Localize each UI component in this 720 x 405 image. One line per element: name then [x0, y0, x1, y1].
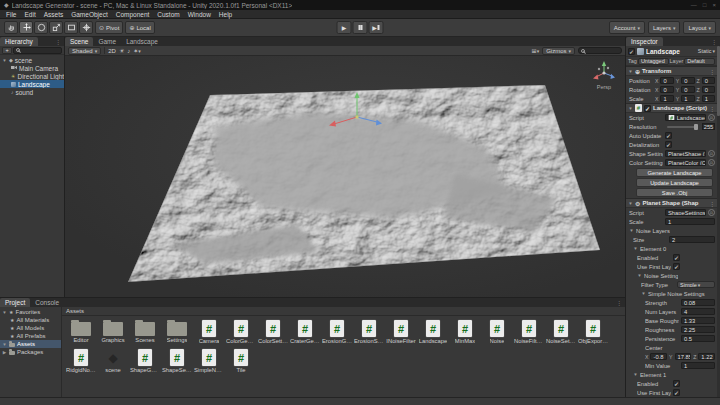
foldout-icon[interactable]: ▼ — [628, 69, 633, 74]
menu-item[interactable]: Custom — [153, 10, 183, 19]
object-picker-icon[interactable]: ⊙ — [708, 114, 715, 121]
gizmos-dropdown[interactable]: Gizmos▾ — [542, 47, 575, 55]
scale-x-field[interactable]: 1 — [660, 95, 673, 102]
position-x-field[interactable]: 0 — [660, 77, 673, 84]
scene-orientation-gizmo[interactable]: Persp — [587, 58, 621, 92]
rotation-z-field[interactable]: 0 — [702, 86, 715, 93]
minimize-icon[interactable]: — — [691, 0, 697, 10]
step-button[interactable]: ▶ — [369, 21, 384, 34]
asset-item[interactable]: SimpleNoiseFilter — [194, 347, 224, 373]
hierarchy-item-directional-light[interactable]: ☀ Directional Light — [0, 72, 64, 80]
layers-dropdown[interactable]: Layers▾ — [648, 21, 681, 34]
sidebar-item-all-models[interactable]: ★ All Models — [0, 324, 61, 332]
pivot-toggle-button[interactable]: ⊙ Pivot — [95, 21, 123, 34]
project-tab[interactable]: Console — [30, 298, 64, 307]
transform-component-header[interactable]: ▼ ⊕ Transform ⋮ — [626, 66, 717, 76]
scene-view-tab[interactable]: Landscape — [121, 37, 163, 46]
color-settings-object-field[interactable]: PlanetColor (C — [665, 159, 706, 166]
position-z-field[interactable]: 0 — [702, 77, 715, 84]
pause-button[interactable] — [353, 21, 368, 34]
object-picker-icon[interactable]: ⊙ — [708, 150, 715, 157]
asset-item[interactable]: ShapeSettings — [162, 347, 192, 373]
asset-item[interactable]: ColorGenerator — [226, 318, 256, 344]
scene-lighting-toggle[interactable]: ☀ — [119, 47, 124, 54]
asset-item[interactable]: ErosionGenerator — [322, 318, 352, 344]
component-menu-icon[interactable]: ⋮ — [709, 105, 715, 112]
script-action-button[interactable]: Save .Obj — [636, 188, 713, 197]
scale-tool-button[interactable] — [49, 21, 63, 34]
hierarchy-item-main-camera[interactable]: Main Camera — [0, 64, 64, 72]
draw-mode-dropdown[interactable]: Shaded▾ — [68, 47, 101, 55]
handle-rotation-toggle-button[interactable]: ⊕ Local — [125, 21, 154, 34]
shape-settings-object-field[interactable]: PlanetShape (S — [665, 150, 706, 157]
component-enabled-checkbox[interactable] — [644, 105, 651, 112]
account-dropdown[interactable]: Account▾ — [609, 21, 645, 34]
hierarchy-item-scene[interactable]: ▼ ◆ scene — [0, 56, 64, 64]
asset-item[interactable]: Graphics — [98, 318, 128, 344]
scene-view-tab[interactable]: Game — [93, 37, 121, 46]
panel-menu-icon[interactable]: ⋮ — [711, 38, 717, 45]
foldout-icon[interactable]: ▼ — [2, 58, 7, 63]
component-menu-icon[interactable]: ⋮ — [709, 200, 715, 207]
shape-script-object-field[interactable]: ShapeSettings — [665, 209, 706, 216]
foldout-icon[interactable]: ▼ — [629, 228, 634, 233]
noise-setting-field[interactable]: 1.33 — [681, 317, 715, 324]
scene-viewport[interactable]: Persp — [65, 56, 625, 297]
center-y-field[interactable]: 17.85 — [675, 353, 692, 360]
auto-update-checkbox[interactable] — [665, 132, 672, 139]
asset-item[interactable]: Tile — [226, 347, 256, 373]
asset-item[interactable]: Landscape — [418, 318, 448, 344]
center-x-field[interactable]: -0.8 — [650, 353, 667, 360]
scene-view-tab[interactable]: Scene — [65, 37, 93, 46]
hierarchy-search-input[interactable] — [13, 47, 62, 54]
foldout-icon[interactable]: ▼ — [633, 246, 638, 251]
menu-item[interactable]: Assets — [40, 10, 68, 19]
foldout-icon[interactable]: ▼ — [633, 372, 638, 377]
hand-tool-button[interactable] — [4, 21, 18, 34]
layout-dropdown[interactable]: Layout▾ — [683, 21, 716, 34]
sidebar-item-all-materials[interactable]: ★ All Materials — [0, 316, 61, 324]
foldout-icon[interactable]: ▼ — [637, 273, 642, 278]
sidebar-item-packages[interactable]: ▶ Packages — [0, 348, 61, 356]
noise-setting-field[interactable]: 0.08 — [681, 299, 715, 306]
asset-item[interactable]: RidgidNoiseFilter — [66, 347, 96, 373]
rotation-y-field[interactable]: 0 — [681, 86, 694, 93]
rotation-x-field[interactable]: 0 — [660, 86, 673, 93]
position-y-field[interactable]: 0 — [681, 77, 694, 84]
center-z-field[interactable]: 1.22 — [698, 353, 715, 360]
element1-foldout[interactable]: ▼ Element 1 — [626, 370, 717, 379]
use-first-layer-checkbox[interactable] — [673, 389, 680, 396]
object-picker-icon[interactable]: ⊙ — [708, 159, 715, 166]
element0-group-foldout[interactable]: ▼ Simple Noise Settings — [626, 289, 717, 298]
layer-dropdown[interactable]: Default — [684, 58, 715, 65]
script-object-field[interactable]: # Landscape — [665, 114, 706, 121]
asset-item[interactable]: NoiseSettings — [546, 318, 576, 344]
hierarchy-item-landscape[interactable]: Landscape — [0, 80, 64, 88]
noise-setting-field[interactable]: 2.25 — [681, 326, 715, 333]
asset-item[interactable]: Editor — [66, 318, 96, 344]
tag-dropdown[interactable]: Untagged — [638, 58, 669, 65]
move-tool-button[interactable] — [19, 21, 33, 34]
project-tab[interactable]: Project — [0, 298, 30, 307]
scale-y-field[interactable]: 1 — [681, 95, 694, 102]
enabled-checkbox[interactable] — [673, 380, 680, 387]
foldout-icon[interactable]: ▼ — [641, 291, 646, 296]
asset-item[interactable]: scene — [98, 347, 128, 373]
active-checkbox[interactable] — [628, 48, 635, 55]
foldout-icon[interactable]: ▶ — [2, 350, 7, 355]
sidebar-item-assets[interactable]: ▼ Assets — [0, 340, 61, 348]
play-button[interactable]: ▶ — [337, 21, 352, 34]
planet-shape-header[interactable]: ▼ ⚙ Planet Shape (Shap ⋮ — [626, 198, 717, 208]
element0-noise-settings-foldout[interactable]: ▼ Noise Settings — [626, 271, 717, 280]
menu-item[interactable]: Help — [215, 10, 236, 19]
component-menu-icon[interactable]: ⋮ — [709, 68, 715, 75]
asset-item[interactable]: CraterGenerator — [290, 318, 320, 344]
sidebar-item-all-prefabs[interactable]: ★ All Prefabs — [0, 332, 61, 340]
scene-canvas[interactable] — [65, 56, 624, 297]
sidebar-item-favorites[interactable]: ▼ ★ Favorites — [0, 308, 61, 316]
asset-item[interactable]: Camera — [194, 318, 224, 344]
object-picker-icon[interactable]: ⊙ — [708, 209, 715, 216]
menu-item[interactable]: GameObject — [67, 10, 112, 19]
min-value-field[interactable]: 1 — [681, 362, 715, 369]
panel-menu-icon[interactable]: ⋮ — [55, 38, 61, 45]
